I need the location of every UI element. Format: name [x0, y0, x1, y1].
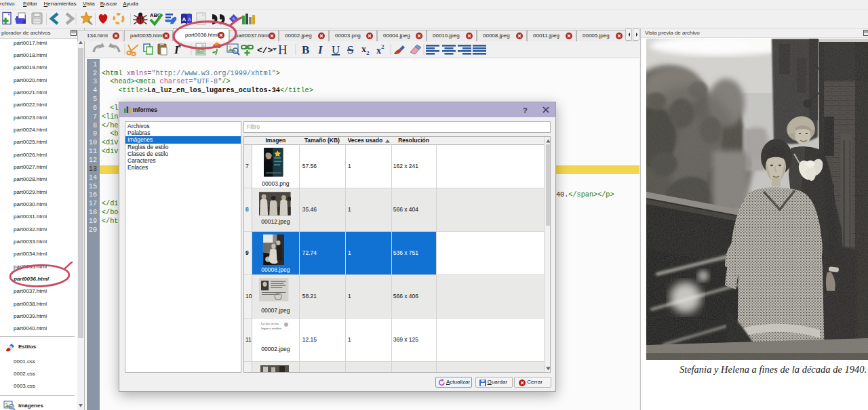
svg-text:2: 2 [381, 43, 384, 50]
svg-text:S: S [347, 43, 353, 56]
svg-text:B: B [302, 43, 309, 56]
svg-text:x: x [361, 44, 366, 54]
svg-text:lugares ocultos: lugares ocultos [261, 326, 281, 329]
svg-text:I: I [317, 43, 323, 56]
svg-text:x: x [376, 45, 381, 56]
svg-text:</>: </> [257, 45, 273, 56]
svg-text:U: U [332, 43, 340, 56]
svg-text:?: ? [523, 106, 528, 115]
svg-text:HTML: HTML [197, 50, 206, 54]
svg-text:A: A [188, 16, 192, 22]
svg-text:TXT: TXT [198, 19, 204, 23]
svg-text:A: A [182, 16, 186, 22]
svg-text:La luz en los: La luz en los [261, 322, 279, 325]
svg-text:2: 2 [366, 49, 370, 56]
svg-text:*: * [178, 41, 182, 53]
svg-text:H: H [278, 43, 288, 57]
